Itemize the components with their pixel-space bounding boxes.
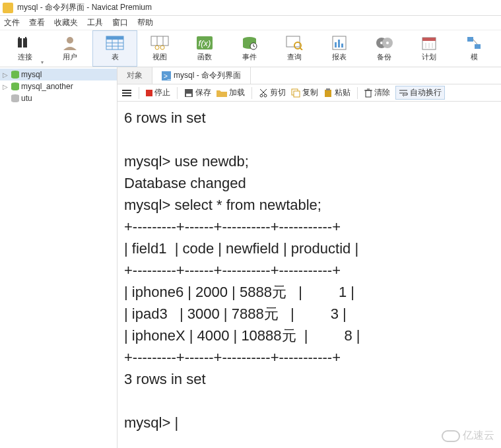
toolbar-table[interactable]: 表 (92, 30, 137, 67)
expand-icon[interactable]: ▷ (3, 71, 9, 79)
tree-node-mysql[interactable]: ▷ mysql (0, 69, 117, 80)
svg-point-14 (155, 46, 159, 49)
svg-line-62 (260, 89, 265, 94)
paste-button[interactable]: 粘贴 (323, 87, 351, 98)
toolbar-model[interactable]: 模 (451, 30, 496, 67)
menu-window[interactable]: 窗口 (112, 17, 128, 28)
svg-rect-0 (18, 38, 22, 48)
menu-file[interactable]: 文件 (4, 17, 20, 28)
svg-line-61 (261, 89, 267, 94)
svg-point-34 (386, 42, 389, 44)
table-icon (106, 35, 124, 51)
svg-rect-41 (475, 44, 481, 49)
event-icon (240, 35, 259, 51)
copy-icon (291, 88, 300, 98)
clear-button[interactable]: 清除 (364, 87, 390, 98)
main-area: 对象 >_ mysql - 命令列界面 停止 保存 加载 剪切 复制 粘贴 清除… (117, 67, 501, 448)
app-icon (3, 3, 13, 13)
view-icon (150, 35, 169, 51)
database-icon (11, 70, 20, 79)
toolbar-event[interactable]: 事件 (227, 30, 272, 67)
toolbar-backup[interactable]: 备份 (362, 30, 407, 67)
svg-point-60 (264, 94, 267, 97)
menu-help[interactable]: 帮助 (137, 17, 153, 28)
svg-line-26 (300, 48, 302, 50)
svg-rect-30 (341, 44, 343, 48)
title-bar: mysql - 命令列界面 - Navicat Premium (0, 0, 501, 16)
expand-icon[interactable]: ▷ (3, 83, 9, 90)
user-icon (61, 35, 79, 51)
calendar-icon (420, 35, 438, 51)
stop-icon (146, 90, 152, 96)
svg-rect-58 (186, 94, 191, 96)
menu-tools[interactable]: 工具 (87, 17, 103, 28)
tab-objects[interactable]: 对象 (117, 67, 152, 84)
svg-point-45 (11, 76, 19, 79)
database-icon (11, 82, 20, 91)
window-title: mysql - 命令列界面 - Navicat Premium (17, 2, 152, 13)
plug-icon (16, 35, 34, 51)
svg-rect-66 (326, 88, 330, 90)
tree-node-mysql-another[interactable]: ▷ mysql_another (0, 80, 117, 92)
tree-label: utu (21, 94, 32, 103)
save-icon (184, 88, 193, 98)
chevron-down-icon: ▾ (41, 59, 44, 65)
report-icon (330, 35, 349, 51)
svg-rect-67 (366, 90, 371, 97)
toolbar-view[interactable]: 视图 (137, 30, 182, 67)
svg-point-51 (11, 100, 19, 102)
toolbar-query[interactable]: 查询 (272, 30, 317, 67)
svg-rect-64 (294, 91, 300, 97)
svg-point-48 (11, 88, 19, 90)
toolbar-connect[interactable]: 连接▾ (3, 30, 48, 67)
load-button[interactable]: 加载 (217, 87, 245, 98)
menu-bar: 文件 查看 收藏夹 工具 窗口 帮助 (0, 16, 501, 30)
copy-button[interactable]: 复制 (291, 87, 318, 98)
svg-line-42 (473, 40, 477, 44)
svg-rect-40 (467, 37, 473, 42)
svg-rect-36 (422, 38, 436, 41)
tree-node-utu[interactable]: utu (0, 92, 117, 104)
model-icon (465, 35, 483, 51)
main-toolbar: 连接▾ 用户 表 视图 f(x) 函数 事件 查询 报表 备份 计划 模 (0, 30, 501, 67)
tree-label: mysql (21, 70, 42, 79)
tab-cli[interactable]: >_ mysql - 命令列界面 (152, 67, 251, 84)
cli-toolbar: 停止 保存 加载 剪切 复制 粘贴 清除 自动换行 (117, 84, 501, 102)
folder-icon (217, 89, 227, 97)
svg-text:f(x): f(x) (199, 38, 211, 48)
svg-rect-29 (338, 40, 340, 48)
stop-button[interactable]: 停止 (146, 87, 170, 98)
backup-icon (375, 35, 393, 51)
database-icon (11, 94, 20, 103)
toolbar-function[interactable]: f(x) 函数 (182, 30, 227, 67)
save-button[interactable]: 保存 (184, 87, 211, 98)
svg-rect-28 (335, 42, 337, 48)
toolbar-user[interactable]: 用户 (48, 30, 92, 67)
console-output[interactable]: 6 rows in set mysql> use newdb; Database… (117, 102, 501, 448)
svg-text:>_: >_ (164, 73, 171, 80)
cut-button[interactable]: 剪切 (259, 87, 286, 98)
svg-point-15 (160, 46, 164, 49)
menu-view[interactable]: 查看 (29, 17, 45, 28)
connection-tree: ▷ mysql ▷ mysql_another utu (0, 67, 117, 448)
svg-point-59 (260, 94, 263, 97)
tree-label: mysql_another (21, 82, 73, 91)
hamburger-icon[interactable] (121, 88, 132, 98)
function-icon: f(x) (195, 35, 214, 51)
query-icon (285, 35, 304, 51)
svg-rect-6 (106, 36, 123, 40)
svg-point-4 (67, 37, 73, 44)
watermark: 亿速云 (442, 429, 494, 443)
menu-favorites[interactable]: 收藏夹 (54, 17, 78, 28)
toolbar-report[interactable]: 报表 (317, 30, 362, 67)
trash-icon (364, 88, 372, 98)
autowrap-toggle[interactable]: 自动换行 (395, 86, 445, 100)
svg-rect-11 (151, 36, 168, 46)
cloud-icon (442, 430, 460, 442)
scissors-icon (259, 88, 268, 98)
svg-rect-65 (325, 90, 331, 97)
terminal-icon: >_ (162, 71, 171, 80)
toolbar-plan[interactable]: 计划 (407, 30, 451, 67)
tab-bar: 对象 >_ mysql - 命令列界面 (117, 67, 501, 84)
paste-icon (323, 88, 333, 98)
